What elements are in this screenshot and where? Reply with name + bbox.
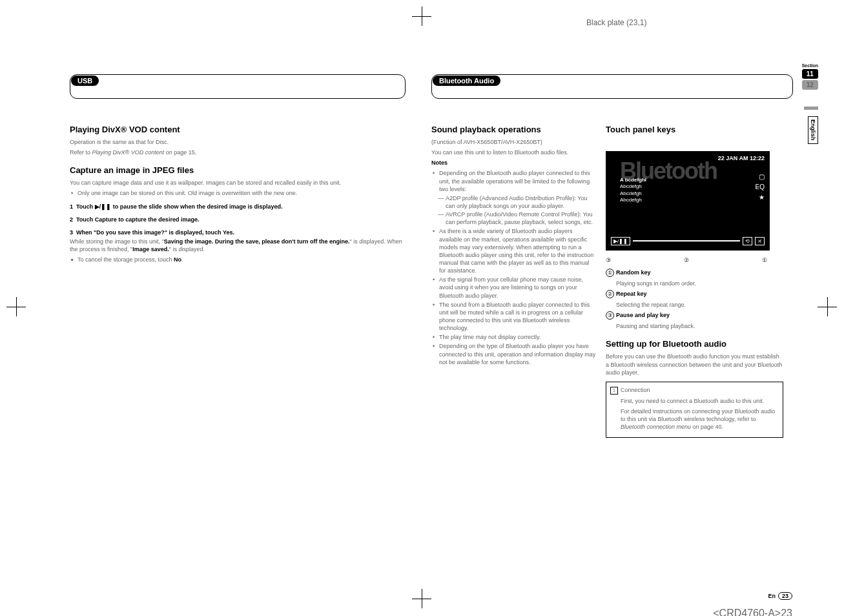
divx-p2: Refer to Playing DivX® VOD content on pa… — [70, 149, 406, 156]
bt-header-wrap: Bluetooth Audio — [431, 74, 793, 99]
play-pause-button[interactable]: ▶/❚❚ — [611, 237, 630, 245]
box-line-1: First, you need to connect a Bluetooth a… — [610, 397, 779, 405]
note-1a: A2DP profile (Advanced Audio Distributio… — [431, 194, 597, 210]
notes-heading: Notes — [431, 159, 597, 167]
note-6: Depending on the type of Bluetooth audio… — [431, 342, 597, 365]
crop-mark-left — [6, 297, 26, 316]
note-5: The play time may not display correctly. — [431, 333, 597, 341]
device-screen: Bluetooth 22 JAN AM 12:22 A bcdefghi Abc… — [606, 151, 770, 251]
key-1: ①Random key — [606, 269, 783, 277]
note-4: The sound from a Bluetooth audio player … — [431, 301, 597, 333]
crop-mark-right — [818, 297, 837, 316]
note-3: As the signal from your cellular phone m… — [431, 276, 597, 299]
connection-box: 1Connection First, you need to connect a… — [606, 382, 783, 438]
bt-col-2: Touch panel keys Bluetooth 22 JAN AM 12:… — [606, 125, 783, 438]
right-column: Bluetooth Audio Sound playback operation… — [431, 74, 793, 438]
save-note: While storing the image to this unit, "S… — [70, 238, 406, 253]
star-icon[interactable]: ★ — [756, 192, 765, 203]
key-3: ③Pause and play key — [606, 311, 783, 320]
bt-header: Bluetooth Audio — [433, 76, 500, 86]
key-2-desc: Selecting the repeat range. — [606, 301, 783, 309]
crop-mark-top — [412, 6, 431, 26]
crop-mark-bottom — [412, 589, 431, 608]
screen-time: 22 JAN AM 12:22 — [718, 155, 765, 161]
key-1-desc: Playing songs in random order. — [606, 280, 783, 287]
step-1: 1 Touch ▶/❚❚ to pause the slide show whe… — [70, 203, 406, 210]
listen-note: You can use this unit to listen to Bluet… — [431, 149, 597, 156]
note-1b: AVRCP profile (Audio/Video Remote Contro… — [431, 210, 597, 226]
page-footer: En23 — [768, 592, 792, 600]
touch-keys-heading: Touch panel keys — [606, 125, 783, 134]
plate-label: Black plate (23,1) — [586, 18, 646, 27]
left-column: USB Playing DivX® VOD content Operation … — [70, 74, 406, 265]
section-12-tab: 12 — [802, 80, 818, 90]
repeat-button[interactable]: ⟲ — [743, 237, 752, 245]
capture-heading: Capture an image in JPEG files — [70, 165, 406, 175]
bt-col-1: Sound playback operations (Function of A… — [431, 125, 606, 367]
callout-3: ③ — [606, 257, 611, 263]
cancel-note: To cancel the storage process, touch No. — [70, 256, 406, 263]
capture-intro: You can capture image data and use it as… — [70, 179, 406, 187]
section-tabs: Section 11 12 — [802, 63, 818, 91]
usb-header: USB — [71, 76, 99, 86]
box-line-2: For detailed instructions on connecting … — [610, 407, 779, 431]
screen-track-list: A bcdefghi Abcdefgh Abcdefgh Abcdefgh — [620, 177, 646, 204]
usb-header-wrap: USB — [70, 74, 406, 99]
note-1: Depending on the Bluetooth audio player … — [431, 169, 597, 192]
callout-1: ① — [762, 257, 767, 263]
setup-bt-heading: Setting up for Bluetooth audio — [606, 339, 783, 349]
phone-icon[interactable]: ▢ — [756, 172, 765, 182]
sound-playback-heading: Sound playback operations — [431, 125, 597, 134]
divx-heading: Playing DivX® VOD content — [70, 125, 406, 134]
content: USB Playing DivX® VOD content Operation … — [70, 74, 792, 584]
note-2: As there is a wide variety of Bluetooth … — [431, 227, 597, 274]
section-label: Section — [802, 63, 818, 68]
key-3-desc: Pausing and starting playback. — [606, 322, 783, 330]
language-tab: English — [808, 116, 818, 144]
section-11-tab: 11 — [802, 69, 818, 79]
eq-icon[interactable]: EQ — [756, 182, 765, 192]
callout-numbers: ③ ② ① — [606, 257, 767, 263]
callout-2: ② — [684, 257, 689, 263]
setup-bt-intro: Before you can use the Bluetooth audio f… — [606, 353, 783, 376]
screen-bottom-bar: ▶/❚❚ ⟲ ⤨ — [611, 235, 765, 247]
key-2: ②Repeat key — [606, 290, 783, 298]
progress-bar[interactable] — [633, 240, 740, 241]
divx-p1: Operation is the same as that for Disc. — [70, 138, 406, 146]
screen-side-icons: ▢ EQ ★ — [756, 172, 765, 203]
step-2: 2 Touch Capture to capture the desired i… — [70, 216, 406, 223]
lang-bar — [804, 107, 818, 110]
page: Black plate (23,1) Section 11 12 English… — [0, 0, 844, 616]
doc-number: <CRD4760-A>23 — [713, 608, 792, 616]
box-title: 1Connection — [610, 386, 779, 395]
step-3: 3 When "Do you save this image?" is disp… — [70, 229, 406, 236]
shuffle-button[interactable]: ⤨ — [755, 237, 765, 245]
function-note: (Function of AVH-X5650BT/AVH-X2650BT) — [431, 138, 597, 146]
capture-note: Only one image can be stored on this uni… — [70, 189, 406, 197]
